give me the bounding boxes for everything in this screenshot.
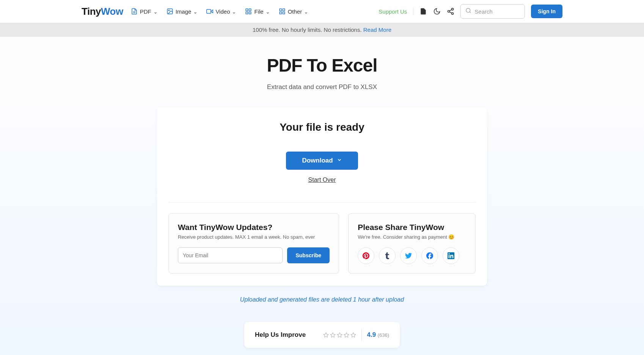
nav-item-other[interactable]: Other bbox=[279, 8, 308, 15]
updates-title: Want TinyWow Updates? bbox=[178, 223, 330, 232]
star-icon[interactable] bbox=[330, 332, 336, 338]
star-icon[interactable] bbox=[350, 332, 356, 338]
svg-point-16 bbox=[452, 13, 454, 14]
start-over-link[interactable]: Start Over bbox=[168, 177, 476, 183]
svg-line-18 bbox=[449, 9, 452, 11]
svg-point-19 bbox=[466, 8, 470, 13]
rating-right: 4.9 (636) bbox=[323, 329, 389, 341]
svg-marker-21 bbox=[324, 333, 328, 337]
search-input[interactable] bbox=[474, 8, 520, 15]
download-button[interactable]: Download bbox=[286, 152, 358, 170]
rating-box: Help Us Improve 4.9 (636) bbox=[244, 322, 400, 348]
nav-label: PDF bbox=[140, 8, 151, 15]
svg-marker-23 bbox=[337, 333, 342, 337]
email-row: Subscribe bbox=[178, 247, 330, 263]
updates-panel: Want TinyWow Updates? Receive product up… bbox=[168, 213, 339, 274]
search-icon bbox=[465, 8, 471, 15]
svg-point-14 bbox=[452, 8, 454, 10]
panels: Want TinyWow Updates? Receive product up… bbox=[168, 213, 476, 274]
svg-rect-5 bbox=[207, 9, 211, 14]
social-row bbox=[358, 247, 466, 264]
moon-icon[interactable] bbox=[433, 8, 441, 15]
divider bbox=[413, 8, 413, 15]
banner: 100% free. No hourly limits. No restrict… bbox=[0, 23, 644, 37]
chevron-down-icon bbox=[154, 9, 157, 13]
svg-rect-11 bbox=[283, 9, 284, 11]
signin-button[interactable]: Sign In bbox=[531, 5, 562, 18]
support-link[interactable]: Support Us bbox=[379, 8, 407, 15]
card-title: Your file is ready bbox=[168, 121, 476, 133]
svg-rect-9 bbox=[246, 12, 248, 14]
share-subtitle: We're free. Consider sharing as payment … bbox=[358, 234, 466, 240]
nav-item-file[interactable]: File bbox=[245, 8, 269, 15]
nav-label: Other bbox=[288, 8, 302, 15]
banner-link[interactable]: Read More bbox=[363, 27, 391, 33]
svg-rect-10 bbox=[280, 9, 281, 11]
email-input[interactable] bbox=[178, 247, 283, 263]
files-icon[interactable] bbox=[419, 8, 427, 15]
divider bbox=[168, 202, 476, 203]
divider bbox=[361, 329, 362, 341]
chevron-down-icon bbox=[232, 9, 236, 13]
nav-item-video[interactable]: Video bbox=[206, 8, 236, 15]
rating-value: 4.9 (636) bbox=[367, 331, 389, 339]
nav-item-pdf[interactable]: PDF bbox=[131, 8, 157, 15]
video-icon bbox=[206, 8, 213, 15]
share-panel: Please Share TinyWow We're free. Conside… bbox=[348, 213, 476, 274]
rating-count: (636) bbox=[378, 332, 389, 338]
page-title: PDF To Excel bbox=[0, 55, 644, 76]
chevron-down-icon bbox=[266, 9, 270, 13]
svg-marker-25 bbox=[351, 333, 356, 337]
search-box[interactable] bbox=[460, 4, 525, 19]
svg-point-15 bbox=[448, 11, 450, 13]
nav-label: Image bbox=[176, 8, 192, 15]
image-icon bbox=[166, 8, 173, 15]
header: TinyWow PDF Image bbox=[0, 0, 644, 23]
twitter-button[interactable] bbox=[400, 247, 417, 264]
logo-wow: Wow bbox=[101, 6, 123, 17]
svg-marker-4 bbox=[211, 10, 213, 13]
nav-label: File bbox=[254, 8, 263, 15]
rating-score: 4.9 bbox=[367, 331, 376, 338]
nav: PDF Image Video bbox=[131, 8, 308, 15]
star-icon[interactable] bbox=[323, 332, 329, 338]
linkedin-button[interactable] bbox=[443, 247, 459, 264]
svg-marker-24 bbox=[344, 333, 349, 337]
star-icon[interactable] bbox=[337, 332, 342, 338]
grid-icon bbox=[279, 8, 286, 15]
banner-text: 100% free. No hourly limits. No restrict… bbox=[253, 27, 363, 33]
updates-subtitle: Receive product updates. MAX 1 email a w… bbox=[178, 234, 330, 240]
chevron-down-icon bbox=[337, 157, 342, 164]
svg-rect-6 bbox=[246, 9, 248, 11]
svg-line-20 bbox=[470, 12, 471, 13]
subscribe-button[interactable]: Subscribe bbox=[287, 247, 330, 263]
svg-marker-22 bbox=[330, 333, 335, 337]
header-right: Support Us Sign In bbox=[379, 4, 562, 19]
logo-tiny: Tiny bbox=[82, 6, 101, 17]
rating-title: Help Us Improve bbox=[255, 331, 306, 339]
share-icon[interactable] bbox=[447, 8, 454, 15]
svg-point-3 bbox=[168, 10, 169, 11]
grid-icon bbox=[245, 8, 252, 15]
chevron-down-icon bbox=[304, 9, 308, 13]
main-content: PDF To Excel Extract data and convert PD… bbox=[0, 37, 644, 348]
download-label: Download bbox=[302, 157, 333, 164]
page-subtitle: Extract data and convert PDF to XLSX bbox=[0, 83, 644, 91]
nav-item-image[interactable]: Image bbox=[166, 8, 198, 15]
svg-rect-8 bbox=[249, 12, 251, 14]
tumblr-button[interactable] bbox=[379, 247, 396, 264]
ready-card: Your file is ready Download Start Over W… bbox=[157, 108, 487, 286]
nav-label: Video bbox=[215, 8, 230, 15]
facebook-button[interactable] bbox=[421, 247, 438, 264]
pdf-icon bbox=[131, 8, 138, 15]
svg-line-17 bbox=[449, 12, 452, 13]
share-title: Please Share TinyWow bbox=[358, 223, 466, 232]
svg-rect-7 bbox=[249, 9, 251, 11]
chevron-down-icon bbox=[193, 9, 197, 13]
stars[interactable] bbox=[323, 332, 356, 338]
pinterest-button[interactable] bbox=[358, 247, 374, 264]
star-icon[interactable] bbox=[344, 332, 349, 338]
svg-rect-13 bbox=[280, 12, 281, 14]
logo[interactable]: TinyWow bbox=[82, 6, 123, 17]
footer-note: Uploaded and generated files are deleted… bbox=[0, 296, 644, 303]
